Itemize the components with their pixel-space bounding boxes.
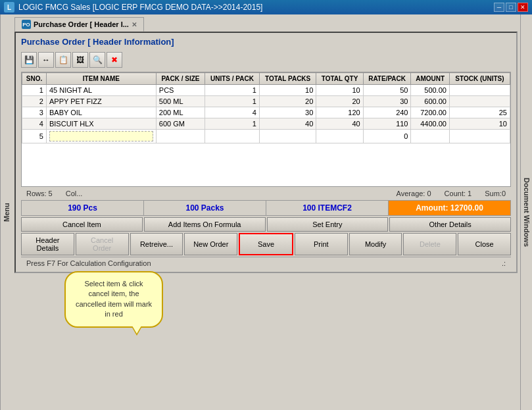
cell-units: 1 [205, 118, 260, 130]
tooltip-text: Select item & click cancel item, the can… [76, 280, 152, 318]
search-toolbar-button[interactable]: 🔍 [89, 52, 105, 68]
col-amount: AMOUNT [411, 73, 449, 85]
cell-units: 4 [205, 107, 260, 118]
col-total-packs: TOTAL PACKS [259, 73, 316, 85]
cell-sno: 5 [22, 130, 47, 143]
menu-label: Menu [0, 14, 12, 410]
minimize-button[interactable]: ─ [494, 3, 504, 12]
cell-rate: 50 [363, 85, 411, 96]
summary-packs: 100 Packs [144, 201, 266, 215]
cell-rate: 0 [363, 130, 411, 143]
delete-toolbar-button[interactable]: ✖ [107, 52, 122, 68]
cell-amount: 500.00 [411, 85, 449, 96]
cell-stock [449, 130, 510, 143]
cell-pack: PCS [156, 85, 205, 96]
cell-amount: 7200.00 [411, 107, 449, 118]
summary-amount: Amount: 12700.00 [389, 201, 510, 215]
tab-close-button[interactable]: ✕ [132, 21, 137, 28]
copy-toolbar-button[interactable]: 📋 [55, 52, 71, 68]
cell-stock [449, 96, 510, 107]
cell-item: BISCUIT HLX [46, 118, 156, 130]
exchange-toolbar-button[interactable]: ↔ [38, 52, 54, 68]
cell-amount: 4400.00 [411, 118, 449, 130]
table-row[interactable]: 5 0 [22, 130, 510, 143]
other-details-button[interactable]: Other Details [389, 217, 511, 232]
cell-total-qty: 20 [316, 96, 363, 107]
cell-rate: 110 [363, 118, 411, 130]
average-value: Average: 0 [397, 190, 431, 197]
col-pack-size: PACK / SIZE [156, 73, 205, 85]
cell-item: BABY OIL [46, 107, 156, 118]
set-entry-button[interactable]: Set Entry [267, 217, 389, 232]
tooltip-bubble: Select item & click cancel item, the can… [64, 271, 163, 328]
document-windows-label: Document Windows [520, 14, 532, 410]
cell-total-packs: 30 [259, 107, 316, 118]
cell-total-packs: 40 [259, 118, 316, 130]
cancel-order-button[interactable]: Cancel Order [76, 233, 129, 255]
cols-count: Col... [66, 190, 83, 197]
cancel-item-button[interactable]: Cancel Item [21, 217, 143, 232]
close-window-button[interactable]: ✕ [518, 3, 528, 12]
close-button[interactable]: Close [458, 233, 511, 255]
main-area: PO Purchase Order [ Header I... ✕ Purcha… [12, 14, 520, 410]
col-total-qty: TOTAL QTY [316, 73, 363, 85]
header-details-button[interactable]: Header Details [21, 233, 74, 255]
cell-sno: 2 [22, 96, 47, 107]
maximize-button[interactable]: □ [506, 3, 516, 12]
cell-sno: 3 [22, 107, 47, 118]
app-title: LOGIC FMCG Sales [LOGIC ERP FMCG DEMO DA… [18, 3, 262, 12]
retrieve-button[interactable]: Retreive... [130, 233, 183, 255]
table-row[interactable]: 3 BABY OIL 200 ML 4 30 120 240 7200.00 2… [22, 107, 510, 118]
cell-amount: 600.00 [411, 96, 449, 107]
table-status-bar: Rows: 5 Col... Average: 0 Count: 1 Sum:0 [21, 188, 511, 199]
item-input[interactable] [49, 131, 153, 141]
cell-stock [449, 85, 510, 96]
cell-rate: 240 [363, 107, 411, 118]
col-stock: STOCK (UNITS) [449, 73, 510, 85]
cell-item: APPY PET FIZZ [46, 96, 156, 107]
purchase-order-table: SNO. ITEM NAME PACK / SIZE UNITS / PACK … [22, 72, 510, 143]
purchase-order-tab[interactable]: PO Purchase Order [ Header I... ✕ [14, 17, 144, 32]
summary-pcs: 190 Pcs [22, 201, 144, 215]
toolbar: 💾 ↔ 📋 🖼 🔍 ✖ [18, 51, 514, 69]
cell-total-qty: 40 [316, 118, 363, 130]
cell-stock: 10 [449, 118, 510, 130]
cell-units: 1 [205, 85, 260, 96]
summary-row: 190 Pcs 100 Packs 100 ITEMCF2 Amount: 12… [21, 200, 511, 216]
cell-units [205, 130, 260, 143]
cell-total-packs: 10 [259, 85, 316, 96]
sum-value: Sum:0 [485, 190, 506, 197]
window-title: Purchase Order [ Header Information] [18, 36, 514, 48]
new-order-button[interactable]: New Order [184, 233, 237, 255]
cell-item[interactable] [46, 130, 156, 143]
save-button[interactable]: Save [239, 233, 293, 255]
delete-button[interactable]: Delete [403, 233, 456, 255]
modify-button[interactable]: Modify [349, 233, 402, 255]
cell-sno: 4 [22, 118, 47, 130]
window-content: Purchase Order [ Header Information] 💾 ↔… [14, 32, 518, 273]
add-formula-button[interactable]: Add Items On Formula [144, 217, 266, 232]
save-toolbar-button[interactable]: 💾 [21, 52, 37, 68]
table-row[interactable]: 4 BISCUIT HLX 600 GM 1 40 40 110 4400.00… [22, 118, 510, 130]
tab-bar: PO Purchase Order [ Header I... ✕ [12, 14, 520, 32]
cell-item: 45 NIGHT AL [46, 85, 156, 96]
cell-amount [411, 130, 449, 143]
table-row[interactable]: 1 45 NIGHT AL PCS 1 10 10 50 500.00 [22, 85, 510, 96]
col-rate-pack: RATE/PACK [363, 73, 411, 85]
data-table-container: SNO. ITEM NAME PACK / SIZE UNITS / PACK … [21, 72, 511, 187]
image-toolbar-button[interactable]: 🖼 [72, 52, 88, 68]
cell-units: 1 [205, 96, 260, 107]
print-button[interactable]: Print [295, 233, 348, 255]
cell-stock: 25 [449, 107, 510, 118]
table-row[interactable]: 2 APPY PET FIZZ 500 ML 1 20 20 30 600.00 [22, 96, 510, 107]
cell-pack: 500 ML [156, 96, 205, 107]
bottom-status-bar: Press F7 For Calculation Configuration .… [21, 257, 511, 269]
action-buttons-row1: Cancel Item Add Items On Formula Set Ent… [21, 217, 511, 232]
col-units-pack: UNITS / PACK [205, 73, 260, 85]
rows-count: Rows: 5 [26, 190, 53, 197]
bottom-status-label: Press F7 For Calculation Configuration [26, 259, 151, 267]
tab-icon: PO [22, 20, 31, 29]
action-buttons-row2: Header Details Cancel Order Retreive... … [21, 233, 511, 255]
cell-total-qty: 120 [316, 107, 363, 118]
bottom-status-indicator: .: [502, 259, 506, 267]
